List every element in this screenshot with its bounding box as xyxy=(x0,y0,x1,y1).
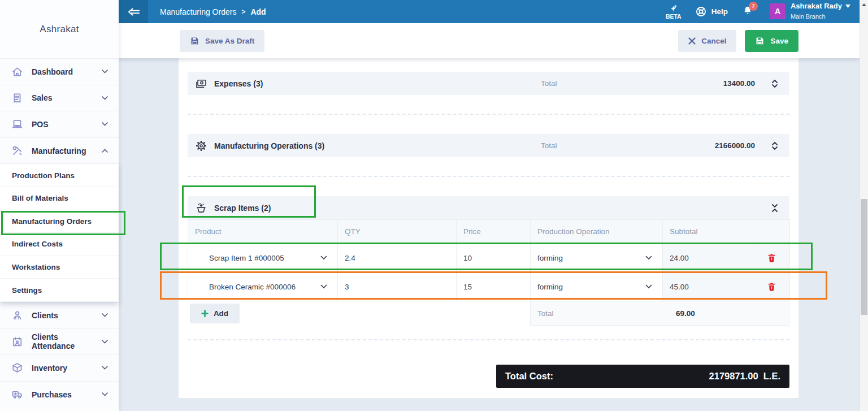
gear-icon xyxy=(196,140,207,152)
sidebar-item-workstations[interactable]: Workstations xyxy=(0,256,119,279)
chevron-down-icon xyxy=(645,256,652,260)
sidebar-item-label: POS xyxy=(32,120,49,129)
save-label: Save xyxy=(770,37,788,45)
calendar-person-icon xyxy=(11,335,23,348)
price-field[interactable]: 15 xyxy=(457,272,531,301)
total-cost-label: Total Cost: xyxy=(505,371,553,382)
breadcrumb: Manufacturing Orders > Add xyxy=(160,0,266,23)
floppy-disk-icon xyxy=(755,36,765,46)
expand-section-icon[interactable] xyxy=(771,79,778,88)
beta-badge[interactable]: BETA xyxy=(666,3,682,20)
sidebar-item-label: Clients xyxy=(32,311,58,320)
expenses-section-header[interactable]: Expenses (3) Total 13400.00 xyxy=(188,72,789,95)
money-icon xyxy=(196,78,207,89)
lifebuoy-icon xyxy=(695,6,707,18)
add-scrap-item-button[interactable]: Add xyxy=(190,304,240,323)
column-header-product: Product xyxy=(188,220,338,244)
cancel-label: Cancel xyxy=(701,37,726,45)
chevron-down-icon xyxy=(102,122,108,126)
section-divider xyxy=(188,339,789,340)
sidebar-item-clients-attendance[interactable]: Clients Attendance xyxy=(0,328,119,355)
sidebar-item-label: Sales xyxy=(32,93,53,102)
chevron-down-icon xyxy=(645,284,652,289)
table-header-row: Product QTY Price Production Operation S… xyxy=(188,220,790,244)
sidebar-item-manufacturing-orders[interactable]: Manufacturing Orders xyxy=(0,210,119,233)
avatar: A xyxy=(770,3,785,19)
manufacturing-order-form-card: Expenses (3) Total 13400.00 Manufacturin… xyxy=(179,58,798,398)
product-select-value: Scrap Item 1 #000005 xyxy=(209,254,320,262)
truck-icon xyxy=(11,388,23,401)
action-toolbar: Save As Draft Cancel Save xyxy=(119,23,860,58)
price-field[interactable]: 10 xyxy=(457,244,531,272)
sidebar-item-settings[interactable]: Settings xyxy=(0,279,119,302)
scrap-total-row: Total 69.00 xyxy=(530,301,789,326)
submenu-label: Settings xyxy=(12,286,42,295)
section-total-label: Total xyxy=(541,141,557,150)
section-title: Manufacturing Operations (3) xyxy=(214,141,324,150)
sidebar-item-purchases[interactable]: Purchases xyxy=(0,381,119,408)
pos-terminal-icon xyxy=(11,118,23,131)
sidebar-item-label: Clients Attendance xyxy=(32,332,102,351)
scrollbar-thumb[interactable] xyxy=(861,199,867,315)
floppy-disk-icon xyxy=(190,36,199,46)
collapse-sidebar-button[interactable] xyxy=(119,0,148,23)
breadcrumb-add: Add xyxy=(250,7,266,16)
breadcrumb-manufacturing-orders[interactable]: Manufacturing Orders xyxy=(160,7,236,16)
box-icon xyxy=(11,362,23,374)
header-actions: BETA Help 7 A Ashrakat Rady Main Branch xyxy=(666,0,860,23)
expand-section-icon[interactable] xyxy=(771,141,778,150)
save-button[interactable]: Save xyxy=(745,30,798,52)
user-branch: Main Branch xyxy=(791,13,826,20)
qty-field[interactable]: 2.4 xyxy=(338,244,457,272)
collapse-section-icon[interactable] xyxy=(771,204,778,213)
top-header-bar: Manufacturing Orders > Add BETA Help 7 A… xyxy=(119,0,860,23)
trash-icon xyxy=(767,253,776,263)
sidebar-item-bill-of-materials[interactable]: Bill of Materials xyxy=(0,187,119,210)
user-menu[interactable]: A Ashrakat Rady Main Branch xyxy=(770,2,850,21)
scrollbar-up-arrow[interactable] xyxy=(860,0,868,9)
chevron-down-icon xyxy=(320,284,327,289)
sidebar-item-pos[interactable]: POS xyxy=(0,111,119,137)
scrap-bin-icon xyxy=(196,202,207,214)
rocket-icon xyxy=(668,3,679,13)
production-operation-select[interactable]: forming xyxy=(531,272,662,301)
notification-count-badge: 7 xyxy=(749,2,758,11)
subtotal-value: 24.00 xyxy=(663,244,753,272)
section-divider xyxy=(188,176,789,177)
product-select[interactable]: Broken Ceramic #000006 xyxy=(188,272,337,301)
vertical-scrollbar[interactable] xyxy=(860,0,868,411)
sidebar-item-dashboard[interactable]: Dashboard xyxy=(0,58,119,85)
submenu-label: Manufacturing Orders xyxy=(12,217,92,226)
total-cost-currency: L.E. xyxy=(763,371,780,382)
operations-section-header[interactable]: Manufacturing Operations (3) Total 21660… xyxy=(188,134,789,157)
product-select[interactable]: Scrap Item 1 #000005 xyxy=(188,244,337,272)
sidebar-item-inventory[interactable]: Inventory xyxy=(0,354,119,381)
qty-field[interactable]: 3 xyxy=(338,272,457,301)
chevron-down-icon xyxy=(102,70,108,73)
chevron-down-icon xyxy=(102,96,108,100)
add-label: Add xyxy=(214,309,228,318)
chevron-up-icon xyxy=(102,149,108,153)
sidebar-item-production-plans[interactable]: Production Plans xyxy=(0,164,119,187)
sidebar: Ashrakat Dashboard Sales POS Manufacturi… xyxy=(0,0,119,411)
submenu-label: Production Plans xyxy=(12,171,75,180)
operation-select-value: forming xyxy=(537,283,645,291)
sidebar-item-label: Purchases xyxy=(32,390,72,399)
save-as-draft-button[interactable]: Save As Draft xyxy=(180,30,264,52)
production-operation-select[interactable]: forming xyxy=(531,244,662,272)
column-header-price: Price xyxy=(457,220,531,244)
sidebar-item-clients[interactable]: Clients xyxy=(0,302,119,328)
sidebar-item-manufacturing[interactable]: Manufacturing xyxy=(0,137,119,164)
chevron-down-icon xyxy=(102,392,108,396)
caret-down-icon xyxy=(845,5,850,8)
help-button[interactable]: Help xyxy=(695,6,728,18)
cancel-button[interactable]: Cancel xyxy=(678,30,736,52)
sidebar-item-sales[interactable]: Sales xyxy=(0,85,119,111)
scrap-items-section-header[interactable]: Scrap Items (2) xyxy=(188,196,789,219)
notifications-button[interactable]: 7 xyxy=(741,5,754,19)
sidebar-item-indirect-costs[interactable]: Indirect Costs xyxy=(0,233,119,256)
person-icon xyxy=(11,309,23,322)
beta-label: BETA xyxy=(666,14,682,20)
delete-row-button[interactable] xyxy=(763,279,780,294)
delete-row-button[interactable] xyxy=(763,250,780,265)
